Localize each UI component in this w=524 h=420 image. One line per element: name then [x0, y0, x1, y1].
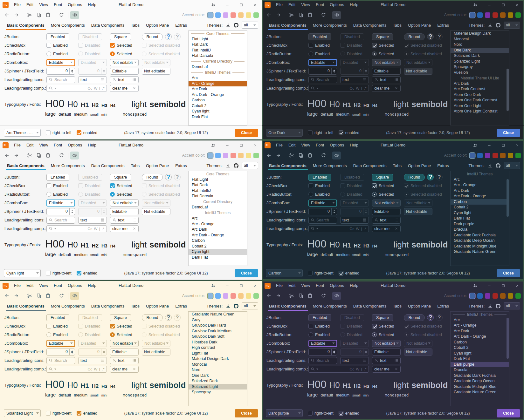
radio-selected[interactable]: Selected	[110, 332, 141, 337]
theme-list-item[interactable]: Carbon	[451, 199, 509, 205]
help-button[interactable]: ?	[165, 174, 172, 180]
github-icon[interactable]	[496, 304, 500, 308]
clear-x-icon[interactable]	[394, 86, 398, 90]
copy-button[interactable]	[34, 11, 43, 19]
round-button[interactable]: Round	[404, 33, 425, 40]
minimize-button[interactable]	[482, 140, 496, 150]
tab-option-pane[interactable]: Option Pane	[405, 161, 434, 170]
radio-enabled[interactable]: Enabled	[46, 332, 77, 337]
accent-swatch[interactable]	[508, 293, 513, 299]
theme-list-item[interactable]: High contrast	[189, 345, 247, 351]
spinner-arrows[interactable]	[331, 208, 337, 215]
whole-words-option[interactable]: W	[94, 86, 97, 90]
radio-enabled[interactable]: Enabled	[308, 192, 339, 197]
theme-combobox[interactable]: Carbon	[266, 269, 303, 277]
menu-file[interactable]: File	[273, 140, 286, 150]
menu-edit[interactable]: Edit	[286, 281, 298, 290]
theme-list-item[interactable]: Cobalt 2	[189, 103, 247, 109]
regex-option[interactable]: .*	[102, 86, 105, 90]
menu-edit[interactable]: Edit	[24, 140, 36, 150]
accent-swatch[interactable]	[215, 293, 221, 299]
paste-button[interactable]	[44, 292, 52, 300]
whole-words-option[interactable]: W	[94, 227, 97, 231]
theme-list-item[interactable]: Flat IntelliJ	[189, 48, 247, 53]
theme-list-item[interactable]: Cyan light	[189, 109, 247, 114]
theme-list-item[interactable]: One Dark	[189, 373, 247, 379]
accent-swatch[interactable]	[223, 12, 228, 18]
inspect-toggle-button[interactable]	[332, 152, 341, 159]
forward-button[interactable]	[12, 11, 20, 19]
tab-data-components[interactable]: Data Components	[88, 161, 128, 170]
theme-list-item[interactable]: Arc	[451, 317, 509, 323]
cut-button[interactable]	[25, 292, 34, 300]
checkbox-enabled[interactable]: Enabled	[308, 324, 339, 329]
close-button[interactable]: Close	[235, 409, 258, 417]
accent-swatch[interactable]	[477, 12, 483, 18]
search-field-with-options[interactable]: Cc W | .*	[308, 366, 369, 373]
radio-enabled[interactable]: Enabled	[46, 192, 77, 197]
regex-option[interactable]: .*	[364, 86, 367, 90]
spinner[interactable]: 0	[308, 208, 337, 215]
clear-x-icon[interactable]	[132, 227, 136, 231]
inspect-toggle-button[interactable]	[332, 292, 341, 300]
tab-tabs[interactable]: Tabs	[128, 20, 142, 30]
theme-list-item[interactable]: Gradianto Dark Fuchsia	[451, 233, 509, 238]
menu-options[interactable]: Options	[327, 281, 347, 290]
minimize-button[interactable]	[220, 140, 234, 150]
spinner[interactable]: 0	[46, 208, 75, 215]
paste-button[interactable]	[306, 292, 314, 300]
theme-list-item[interactable]: Light Flat	[189, 351, 247, 356]
cut-button[interactable]	[25, 11, 34, 19]
theme-list-item[interactable]: Flat IntelliJ	[189, 188, 247, 194]
theme-list-item[interactable]: Arc Dark - Orange	[189, 233, 247, 238]
match-case-option[interactable]: Cc	[87, 367, 92, 371]
match-case-option[interactable]: Cc	[87, 227, 92, 231]
menu-font[interactable]: Font	[51, 281, 65, 290]
clearable-field[interactable]: clear me	[372, 225, 401, 232]
radio-selected[interactable]: Selected	[372, 192, 403, 197]
theme-list-item[interactable]: Flat Light	[189, 37, 247, 42]
right-to-left-checkbox[interactable]: right-to-left	[308, 411, 334, 416]
paste-button[interactable]	[44, 11, 52, 19]
square-button[interactable]: Square	[110, 174, 131, 181]
whole-words-option[interactable]: W	[94, 367, 97, 371]
tab-tabs[interactable]: Tabs	[390, 161, 404, 170]
accent-swatch[interactable]	[246, 12, 251, 18]
scrollbar-thumb[interactable]	[507, 318, 509, 359]
theme-list-item[interactable]: Material Design Dark	[451, 31, 509, 37]
theme-list-item[interactable]: Gradianto Nature Green	[189, 312, 247, 317]
theme-list-item[interactable]: Cobalt 2	[189, 244, 247, 249]
copy-button[interactable]	[296, 292, 305, 300]
tab-data-components[interactable]: Data Components	[88, 301, 128, 311]
checkbox-selected[interactable]: Selected	[372, 324, 403, 329]
help-button[interactable]: ?	[165, 314, 172, 321]
tab-data-components[interactable]: Data Components	[88, 20, 128, 30]
theme-list-item[interactable]: Material Design Dark	[189, 356, 247, 362]
maximize-button[interactable]	[234, 0, 248, 10]
theme-list-item[interactable]: Gradianto Deep Ocean	[451, 378, 509, 384]
theme-list-item[interactable]: Arc - Orange	[189, 221, 247, 227]
copy-button[interactable]	[296, 11, 305, 19]
regex-option[interactable]: .*	[102, 227, 105, 231]
theme-list-item[interactable]: Solarized Dark	[189, 378, 247, 384]
menu-options[interactable]: Options	[65, 140, 85, 150]
close-button[interactable]: Close	[497, 269, 520, 277]
theme-list-item[interactable]: Solarized Light	[451, 59, 509, 64]
github-icon[interactable]	[234, 23, 238, 28]
text-field-table-icon[interactable]: text	[340, 357, 369, 364]
spinner-arrows[interactable]	[69, 68, 75, 74]
enabled-checkbox[interactable]: enabled	[77, 271, 98, 275]
close-window-button[interactable]	[510, 281, 524, 290]
theme-list-item[interactable]: Cobalt 2	[451, 205, 509, 210]
theme-list-item[interactable]: Dark Flat	[451, 356, 509, 362]
round-button[interactable]: Round	[142, 33, 163, 40]
minimize-button[interactable]	[482, 0, 496, 10]
help-button[interactable]: ?	[427, 33, 434, 40]
text-field-table-icon[interactable]: text	[340, 217, 369, 224]
theme-list-item[interactable]: Arc Dark	[451, 188, 509, 194]
inspect-toggle-button[interactable]	[70, 152, 79, 159]
back-button[interactable]	[3, 152, 11, 159]
theme-list-item[interactable]: Gradianto Deep Ocean	[451, 238, 509, 244]
tab-option-pane[interactable]: Option Pane	[405, 20, 434, 30]
theme-list-item[interactable]: Arc Dark	[451, 81, 509, 87]
